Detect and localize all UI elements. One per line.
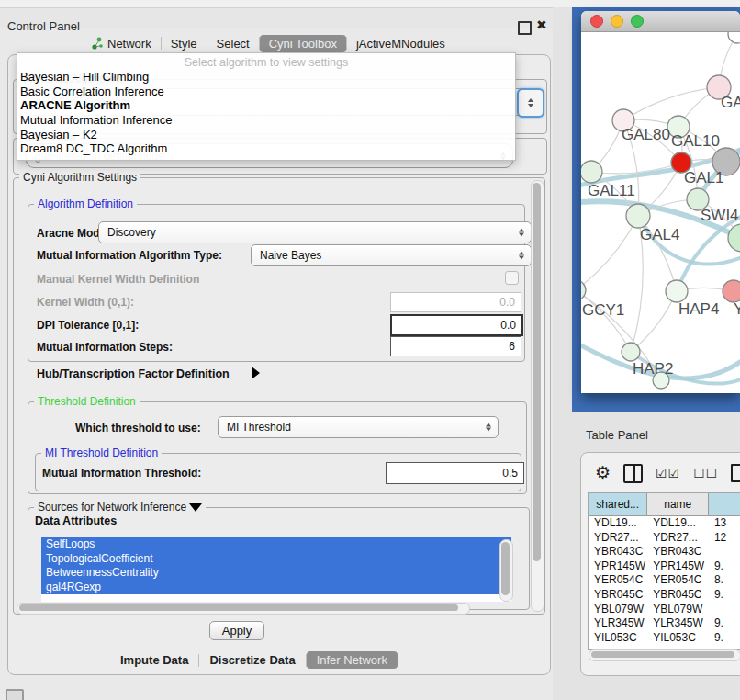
table-row[interactable]: YBR045CYBR045C9.	[589, 588, 740, 603]
expand-right-icon[interactable]	[252, 367, 260, 379]
columns-icon[interactable]	[623, 464, 643, 483]
mi-type-label: Mutual Information Algorithm Type:	[37, 249, 222, 262]
apply-button[interactable]: Apply	[209, 621, 264, 640]
network-node-gal4[interactable]	[626, 204, 650, 228]
table-row[interactable]: YPR145WYPR145W9.	[589, 559, 740, 574]
tab-label: Network	[107, 37, 151, 51]
tab-label: Style	[171, 37, 197, 51]
control-panel-tabbar: NetworkStyleSelectCyni ToolboxjActiveMNo…	[83, 33, 454, 53]
mi-type-combo[interactable]: Naive Bayes	[251, 244, 532, 266]
table-cell: YBL079W	[589, 603, 647, 617]
collapse-down-icon[interactable]	[189, 503, 202, 512]
table-cell: 12	[709, 531, 740, 546]
node-label: GAL80	[622, 126, 670, 143]
column-header[interactable]: shared...	[589, 493, 647, 515]
mi-steps-field[interactable]: 6	[390, 336, 521, 356]
node-label: GAL	[721, 94, 740, 111]
settings-horizontal-scrollbar[interactable]	[17, 603, 470, 615]
table-row[interactable]: YER054CYER054C8.	[589, 573, 740, 588]
dropdown-item[interactable]: Dream8 DC_TDC Algorithm	[17, 141, 515, 156]
table-row[interactable]: YBL079WYBL079W	[589, 603, 740, 617]
dropdown-item[interactable]: Mutual Information Inference	[17, 113, 515, 128]
node-table[interactable]: shared...name YDL19...YDL19...13YDR27...…	[588, 492, 740, 650]
table-cell: YDR27...	[647, 531, 709, 546]
dropdown-items: Bayesian – Hill ClimbingBasic Correlatio…	[17, 70, 515, 156]
tab-network[interactable]: Network	[83, 35, 161, 52]
network-node[interactable]	[728, 224, 740, 252]
list-vertical-scrollbar[interactable]	[499, 539, 513, 602]
dpi-tolerance-field[interactable]: 0.0	[390, 314, 523, 336]
tab-select[interactable]: Select	[207, 35, 259, 52]
deselect-all-checkboxes-icon[interactable]: ☐☐	[693, 466, 718, 480]
new-table-icon[interactable]	[731, 464, 740, 482]
bottom-tab-impute-data[interactable]: Impute Data	[110, 651, 198, 669]
table-cell: YBL079W	[647, 603, 709, 617]
table-cell: YDL19...	[589, 516, 647, 531]
minimized-panel-icon[interactable]	[6, 689, 24, 700]
tab-label: jActiveMNodules	[356, 37, 445, 51]
dropdown-item[interactable]: Bayesian – Hill Climbing	[17, 70, 515, 85]
column-header[interactable]: name	[647, 493, 709, 515]
table-horizontal-scrollbar[interactable]	[589, 649, 740, 661]
table-row[interactable]: YDR27...YDR27...12	[589, 531, 740, 546]
aracne-mode-combo[interactable]: Discovery	[98, 221, 532, 243]
table-cell: YIL053C	[589, 631, 647, 646]
bottom-tab-discretize-data[interactable]: Discretize Data	[199, 651, 305, 669]
network-view-window[interactable]: GALGAL80GAL10GAL1GAL11SWI4GAL4GCY1HAP4YH…	[581, 11, 740, 393]
combo-spinner-icon	[519, 229, 524, 237]
tab-cyni-toolbox[interactable]: Cyni Toolbox	[260, 35, 346, 52]
mi-threshold-legend: MI Threshold Definition	[41, 446, 162, 459]
bottom-tab-infer-network[interactable]: Infer Network	[307, 651, 398, 669]
network-edge[interactable]	[623, 87, 719, 120]
table-cell: YBR045C	[647, 588, 709, 603]
table-row[interactable]: YIL053CYIL053C9.	[589, 631, 740, 646]
network-node[interactable]	[728, 32, 740, 43]
manual-kernel-checkbox[interactable]	[505, 271, 519, 285]
which-threshold-combo[interactable]: MI Threshold	[218, 416, 499, 438]
table-header-row[interactable]: shared...name	[589, 493, 740, 516]
attribute-list-item[interactable]: BetweennessCentrality	[41, 566, 511, 581]
tab-jactivemnodules[interactable]: jActiveMNodules	[347, 35, 454, 52]
network-node-hap4[interactable]	[666, 280, 688, 302]
network-node-y[interactable]	[723, 280, 740, 302]
node-label: Y	[734, 300, 740, 318]
kernel-width-field[interactable]: 0.0	[390, 292, 521, 312]
attribute-list-item[interactable]: TopologicalCoefficient	[41, 552, 511, 567]
algorithm-combo-spinner[interactable]	[517, 88, 544, 118]
mi-threshold-field[interactable]: 0.5	[386, 462, 524, 484]
dropdown-item[interactable]: Basic Correlation Inference	[17, 85, 515, 99]
table-cell	[709, 603, 740, 617]
network-canvas[interactable]: GALGAL80GAL10GAL1GAL11SWI4GAL4GCY1HAP4YH…	[581, 32, 740, 393]
data-attributes-list[interactable]: SelfLoopsTopologicalCoefficientBetweenne…	[41, 537, 511, 602]
table-cell: 9.	[709, 559, 740, 574]
tab-style[interactable]: Style	[162, 35, 207, 52]
hub-definition-label[interactable]: Hub/Transcription Factor Definition	[37, 367, 230, 380]
close-icon[interactable]: ✖	[536, 17, 547, 32]
table-rows: YDL19...YDL19...13YDR27...YDR27...12YBR0…	[589, 516, 740, 645]
network-node-hap2[interactable]	[622, 343, 640, 361]
settings-vertical-scrollbar[interactable]	[531, 180, 544, 612]
zoom-traffic-icon[interactable]	[631, 15, 644, 28]
dropdown-item[interactable]: ARACNE Algorithm	[17, 98, 515, 113]
which-threshold-label: Which threshold to use:	[75, 422, 201, 435]
attribute-list-item[interactable]: SelfLoops	[41, 537, 511, 552]
sources-legend: Sources for Network Inference	[34, 501, 206, 514]
table-row[interactable]: YLR345WYLR345W9.	[589, 616, 740, 631]
dropdown-item[interactable]: Bayesian – K2	[17, 128, 515, 142]
table-cell: YPR145W	[589, 559, 647, 574]
table-panel-title: Table Panel	[586, 428, 648, 442]
gear-icon[interactable]: ⚙	[595, 464, 611, 482]
float-panel-icon[interactable]	[518, 21, 532, 35]
table-row[interactable]: YBR043CYBR043C	[589, 545, 740, 559]
close-traffic-icon[interactable]	[590, 15, 603, 28]
network-edge[interactable]	[581, 216, 638, 290]
table-cell: YBR045C	[589, 588, 647, 603]
network-window-titlebar[interactable]	[581, 11, 740, 32]
minimize-traffic-icon[interactable]	[611, 15, 623, 28]
select-all-checkboxes-icon[interactable]: ☑☑	[656, 466, 680, 480]
attribute-list-item[interactable]: gal4RGexp	[41, 581, 511, 595]
column-header[interactable]	[709, 493, 740, 515]
table-row[interactable]: YDL19...YDL19...13	[589, 516, 740, 531]
node-label: HAP2	[633, 360, 673, 378]
network-node-gal11[interactable]	[581, 161, 602, 183]
